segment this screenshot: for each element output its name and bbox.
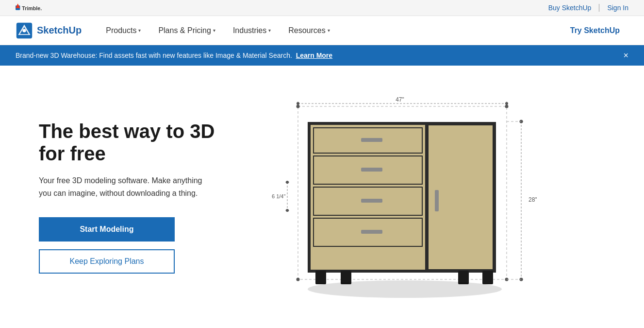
industries-chevron-icon: ▾ — [268, 28, 271, 33]
plans-chevron-icon: ▾ — [213, 28, 215, 33]
hero-content: The best way to 3D for free Your free 3D… — [39, 120, 223, 273]
svg-point-10 — [297, 102, 299, 105]
start-modeling-button[interactable]: Start Modeling — [39, 217, 175, 242]
nav-products[interactable]: Products ▾ — [97, 16, 149, 45]
nav-industries[interactable]: Industries ▾ — [224, 16, 280, 45]
svg-point-23 — [286, 209, 289, 212]
sketchup-logo-icon — [16, 22, 33, 39]
svg-text:28": 28" — [528, 196, 537, 203]
svg-rect-31 — [361, 168, 382, 172]
svg-rect-29 — [361, 138, 382, 142]
nav-products-label: Products — [106, 26, 136, 35]
nav-links: Products ▾ Plans & Pricing ▾ Industries … — [97, 16, 561, 45]
nav-industries-label: Industries — [233, 26, 266, 35]
nav-resources[interactable]: Resources ▾ — [280, 16, 338, 45]
hero-section: The best way to 3D for free Your free 3D… — [0, 66, 644, 318]
dresser-model: 47" 28" 6 1/4" — [269, 95, 560, 299]
keep-exploring-plans-button[interactable]: Keep Exploring Plans — [39, 249, 175, 274]
nav-plans-pricing[interactable]: Plans & Pricing ▾ — [149, 16, 224, 45]
banner-learn-more-link[interactable]: Learn More — [296, 52, 332, 59]
svg-rect-38 — [315, 271, 326, 284]
svg-point-45 — [296, 278, 299, 281]
resources-chevron-icon: ▾ — [328, 28, 330, 33]
divider — [599, 4, 599, 12]
svg-text:6 1/4": 6 1/4" — [272, 193, 285, 199]
sketchup-logo[interactable]: SketchUp — [16, 22, 82, 39]
nav-bar: SketchUp Products ▾ Plans & Pricing ▾ In… — [0, 16, 644, 45]
hero-subtitle: Your free 3D modeling software. Make any… — [39, 174, 204, 199]
trimble-logo-svg: Trimble. — [16, 3, 54, 13]
try-sketchup-link[interactable]: Try SketchUp — [561, 16, 628, 45]
svg-point-6 — [22, 29, 26, 32]
svg-point-44 — [505, 105, 508, 108]
svg-rect-33 — [361, 199, 382, 203]
svg-rect-35 — [361, 230, 382, 234]
svg-text:Trimble.: Trimble. — [22, 5, 42, 11]
sign-in-link[interactable]: Sign In — [607, 4, 628, 12]
trimble-logo: Trimble. — [16, 3, 548, 13]
top-bar: Trimble. Buy SketchUp Sign In — [0, 0, 644, 16]
sketchup-logo-text: SketchUp — [37, 25, 82, 36]
svg-point-42 — [308, 280, 502, 298]
hero-title: The best way to 3D for free — [39, 120, 223, 165]
nav-plans-label: Plans & Pricing — [158, 26, 211, 35]
nav-resources-label: Resources — [288, 26, 325, 35]
dresser-svg: 47" 28" 6 1/4" — [269, 95, 570, 304]
hero-illustration: 47" 28" 6 1/4" — [223, 95, 605, 299]
banner-close-button[interactable]: × — [623, 51, 628, 60]
products-chevron-icon: ▾ — [138, 28, 141, 33]
svg-point-11 — [505, 102, 508, 105]
svg-point-43 — [296, 105, 299, 108]
banner-text: Brand-new 3D Warehouse: Find assets fast… — [16, 52, 615, 59]
buy-sketchup-link[interactable]: Buy SketchUp — [548, 4, 592, 12]
svg-point-22 — [286, 181, 289, 184]
announcement-banner: Brand-new 3D Warehouse: Find assets fast… — [0, 45, 644, 66]
svg-rect-41 — [482, 271, 493, 284]
svg-text:47": 47" — [396, 96, 404, 103]
banner-message: Brand-new 3D Warehouse: Find assets fast… — [16, 52, 294, 59]
svg-rect-37 — [435, 190, 439, 211]
